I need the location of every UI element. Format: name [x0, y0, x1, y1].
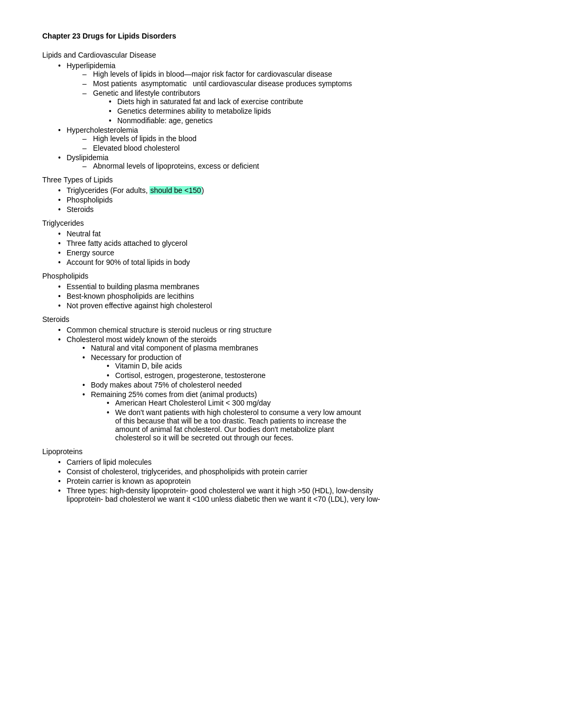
list-item-hl-3: Genetic and lifestyle contributors Diets… [82, 89, 519, 125]
section-title-phospholipids: Phospholipids [42, 272, 519, 280]
list-item-prod1: Vitamin D, bile acids [107, 362, 519, 370]
section-steroids: Steroids Common chemical structure is st… [42, 315, 519, 442]
list-item-ch4: Remaining 25% comes from diet (animal pr… [82, 390, 519, 442]
section-lipids-cardio: Lipids and Cardiovascular Disease Hyperl… [42, 51, 519, 170]
section-three-types: Three Types of Lipids Triglycerides (For… [42, 176, 519, 214]
list-item-t4: Account for 90% of total lipids in body [58, 258, 519, 266]
list-item-steroids-intro: Steroids [58, 205, 519, 214]
list-three-types: Triglycerides (For adults, should be <15… [58, 186, 519, 214]
list-phospholipids: Essential to building plasma membranes B… [58, 282, 519, 310]
list-item-ch3: Body makes about 75% of cholesterol need… [82, 381, 519, 389]
list-item-t3: Energy source [58, 248, 519, 257]
list-item-lp3: Protein carrier is known as apoprotein [58, 477, 519, 485]
list-hypercholesterolemia-sub: High levels of lipids in the blood Eleva… [82, 134, 519, 152]
list-item-g1: Diets high in saturated fat and lack of … [109, 97, 519, 106]
list-cholesterol-sub: Natural and vital component of plasma me… [82, 344, 519, 442]
list-lipoproteins: Carriers of lipid molecules Consist of c… [58, 458, 519, 503]
list-item-p1: Essential to building plasma membranes [58, 282, 519, 291]
list-item-triglycerides-intro: Triglycerides (For adults, should be <15… [58, 186, 519, 195]
section-triglycerides: Triglycerides Neutral fat Three fatty ac… [42, 219, 519, 266]
list-item-ch2: Necessary for production of Vitamin D, b… [82, 353, 519, 380]
chapter-title: Chapter 23 Drugs for Lipids Disorders [42, 32, 519, 40]
list-item-hypercholesterolemia: Hypercholesterolemia High levels of lipi… [58, 126, 519, 152]
list-hyperlipidemia-sub: High levels of lipids in blood—major ris… [82, 70, 519, 125]
list-item-hl-1: High levels of lipids in blood—major ris… [82, 70, 519, 78]
list-item-hl-2: Most patients asymptomatic until cardiov… [82, 79, 519, 88]
list-item-d1: Abnormal levels of lipoproteins, excess … [82, 162, 519, 170]
list-genetic-sub: Diets high in saturated fat and lack of … [109, 97, 519, 125]
section-phospholipids: Phospholipids Essential to building plas… [42, 272, 519, 310]
section-title-steroids: Steroids [42, 315, 519, 324]
list-item-phospholipids-intro: Phospholipids [58, 196, 519, 204]
list-item-lp1: Carriers of lipid molecules [58, 458, 519, 466]
list-item-ch1: Natural and vital component of plasma me… [82, 344, 519, 352]
section-lipoproteins: Lipoproteins Carriers of lipid molecules… [42, 447, 519, 503]
list-item-prod2: Cortisol, estrogen, progesterone, testos… [107, 371, 519, 380]
list-item-lp2: Consist of cholesterol, triglycerides, a… [58, 467, 519, 476]
list-steroids: Common chemical structure is steroid nuc… [58, 326, 519, 442]
list-item-g2: Genetics determines ability to metaboliz… [109, 107, 519, 115]
list-item-p2: Best-known phospholipids are lecithins [58, 292, 519, 300]
list-item-s2: Cholesterol most widely known of the ste… [58, 335, 519, 442]
list-item-lp4: Three types: high-density lipoprotein- g… [58, 486, 519, 503]
page-content: Chapter 23 Drugs for Lipids Disorders Li… [0, 0, 561, 536]
list-item-hyperlipidemia: Hyperlipidemia High levels of lipids in … [58, 61, 519, 125]
list-dyslipidemia-sub: Abnormal levels of lipoproteins, excess … [82, 162, 519, 170]
list-triglycerides: Neutral fat Three fatty acids attached t… [58, 229, 519, 266]
list-item-hc-1: High levels of lipids in the blood [82, 134, 519, 143]
section-title-lipoproteins: Lipoproteins [42, 447, 519, 456]
highlight-should-be-150: should be <150 [149, 186, 201, 195]
list-item-t1: Neutral fat [58, 229, 519, 238]
section-title-lipids-cardio: Lipids and Cardiovascular Disease [42, 51, 519, 59]
list-item-hc-2: Elevated blood cholesterol [82, 144, 519, 152]
list-item-dyslipidemia: Dyslipidemia Abnormal levels of lipoprot… [58, 153, 519, 170]
list-item-p3: Not proven effective against high choles… [58, 301, 519, 310]
list-item-diet1: American Heart Cholesterol Limit < 300 m… [107, 399, 519, 407]
list-diet-sub: American Heart Cholesterol Limit < 300 m… [107, 399, 519, 442]
list-item-g3: Nonmodifiable: age, genetics [109, 116, 519, 125]
list-item-s1: Common chemical structure is steroid nuc… [58, 326, 519, 334]
list-item-t2: Three fatty acids attached to glycerol [58, 239, 519, 247]
list-lipids-cardio: Hyperlipidemia High levels of lipids in … [58, 61, 519, 170]
section-title-triglycerides: Triglycerides [42, 219, 519, 227]
list-item-diet2: We don't want patients with high cholest… [107, 408, 519, 442]
list-production-sub: Vitamin D, bile acids Cortisol, estrogen… [107, 362, 519, 380]
section-title-three-types: Three Types of Lipids [42, 176, 519, 184]
